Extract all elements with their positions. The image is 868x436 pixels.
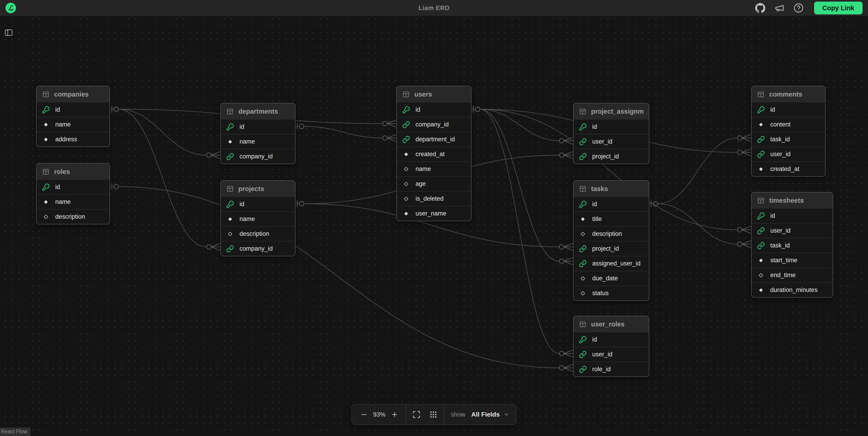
table-departments[interactable]: departments id name company_id xyxy=(220,103,296,164)
tidy-up-button[interactable] xyxy=(428,409,439,420)
field-row[interactable]: company_id xyxy=(221,149,295,164)
table-project_assignments[interactable]: project_assignme... id user_id project_i… xyxy=(573,103,649,164)
table-header[interactable]: comments xyxy=(751,86,825,102)
field-name: id xyxy=(592,201,597,208)
liam-logo-icon[interactable]: ℒ xyxy=(5,3,16,13)
field-row[interactable]: id xyxy=(36,102,110,117)
field-name: user_id xyxy=(770,227,790,234)
table-header[interactable]: timesheets xyxy=(751,192,833,209)
field-row[interactable]: id xyxy=(574,120,649,134)
field-row[interactable]: is_deleted xyxy=(397,191,471,206)
table-header[interactable]: users xyxy=(397,86,471,102)
table-icon xyxy=(42,91,50,98)
field-row[interactable]: title xyxy=(574,211,649,226)
table-header[interactable]: companies xyxy=(36,86,110,102)
field-row[interactable]: user_id xyxy=(574,347,649,362)
field-row[interactable]: age xyxy=(397,176,471,191)
megaphone-icon[interactable] xyxy=(774,3,784,13)
field-row[interactable]: end_time xyxy=(751,268,833,282)
table-roles[interactable]: roles id name description xyxy=(36,163,110,224)
table-header[interactable]: project_assignme... xyxy=(574,103,649,120)
github-icon[interactable] xyxy=(755,3,765,13)
field-row[interactable]: company_id xyxy=(397,117,471,132)
foreign-key-icon xyxy=(757,242,765,249)
table-projects[interactable]: projects id name description company_id xyxy=(220,180,296,256)
field-row[interactable]: status xyxy=(574,286,649,301)
field-row[interactable]: user_name xyxy=(397,206,471,221)
field-row[interactable]: name xyxy=(397,161,471,176)
field-row[interactable]: description xyxy=(36,209,110,224)
panel-left-toggle-button[interactable] xyxy=(3,27,14,38)
zoom-out-button[interactable] xyxy=(358,408,370,421)
field-row[interactable]: user_id xyxy=(574,134,649,149)
field-row[interactable]: id xyxy=(751,209,833,223)
field-row[interactable]: id xyxy=(574,332,649,347)
table-name: timesheets xyxy=(769,197,804,204)
primary-key-icon xyxy=(757,212,765,220)
field-row[interactable]: description xyxy=(221,226,295,241)
field-row[interactable]: description xyxy=(574,226,649,241)
primary-key-icon xyxy=(42,106,50,114)
primary-key-icon xyxy=(226,123,234,131)
field-row[interactable]: name xyxy=(221,211,295,226)
field-row[interactable]: assigned_user_id xyxy=(574,256,649,271)
field-name: id xyxy=(770,212,775,219)
field-name: name xyxy=(240,216,255,223)
field-row[interactable]: user_id xyxy=(751,147,825,161)
field-row[interactable]: department_id xyxy=(397,132,471,147)
help-icon[interactable] xyxy=(794,3,804,13)
field-row[interactable]: id xyxy=(221,197,295,211)
field-row[interactable]: id xyxy=(36,180,110,194)
table-header[interactable]: tasks xyxy=(574,181,649,197)
not-null-icon xyxy=(42,135,50,143)
react-flow-attribution[interactable]: React Flow xyxy=(0,428,30,436)
erd-canvas[interactable]: companies id name address roles id name … xyxy=(0,0,868,436)
table-timesheets[interactable]: timesheets id user_id task_id start_time… xyxy=(751,192,833,298)
show-fields-select[interactable]: All Fields xyxy=(470,411,510,418)
field-row[interactable]: id xyxy=(221,120,295,134)
table-header[interactable]: user_roles xyxy=(574,316,649,332)
field-row[interactable]: role_id xyxy=(574,362,649,376)
table-header[interactable]: departments xyxy=(221,103,295,120)
table-header[interactable]: projects xyxy=(221,181,295,197)
table-tasks[interactable]: tasks id title description project_id as… xyxy=(573,180,649,301)
field-name: company_id xyxy=(415,121,449,128)
copy-link-button[interactable]: Copy Link xyxy=(814,2,863,14)
field-row[interactable]: task_id xyxy=(751,238,833,253)
field-row[interactable]: created_at xyxy=(751,161,825,176)
field-row[interactable]: project_id xyxy=(574,241,649,256)
primary-key-icon xyxy=(579,200,587,208)
field-name: age xyxy=(415,180,426,187)
fit-view-button[interactable] xyxy=(411,409,422,420)
table-user_roles[interactable]: user_roles id user_id role_id xyxy=(573,316,649,377)
field-row[interactable]: created_at xyxy=(397,147,471,161)
foreign-key-icon xyxy=(579,245,587,253)
relationship-edge xyxy=(648,134,751,207)
foreign-key-icon xyxy=(579,138,587,146)
field-row[interactable]: user_id xyxy=(751,223,833,238)
field-row[interactable]: company_id xyxy=(221,241,295,256)
not-null-icon xyxy=(226,138,234,146)
field-row[interactable]: id xyxy=(397,102,471,117)
table-comments[interactable]: comments id content task_id user_id crea… xyxy=(751,86,826,177)
field-row[interactable]: due_date xyxy=(574,271,649,286)
field-row[interactable]: name xyxy=(221,134,295,149)
field-row[interactable]: start_time xyxy=(751,253,833,268)
zoom-in-button[interactable] xyxy=(388,408,401,421)
field-row[interactable]: name xyxy=(36,117,110,132)
field-row[interactable]: project_id xyxy=(574,149,649,164)
table-companies[interactable]: companies id name address xyxy=(36,86,110,147)
table-name: roles xyxy=(54,168,70,176)
field-row[interactable]: task_id xyxy=(751,132,825,147)
table-name: project_assignme... xyxy=(591,108,643,115)
field-row[interactable]: address xyxy=(36,132,110,147)
not-null-icon xyxy=(402,150,410,158)
field-row[interactable]: id xyxy=(751,102,825,117)
field-row[interactable]: content xyxy=(751,117,825,132)
field-row[interactable]: id xyxy=(574,197,649,211)
field-name: company_id xyxy=(240,245,273,252)
table-users[interactable]: users id company_id department_id create… xyxy=(396,86,471,221)
field-row[interactable]: name xyxy=(36,194,110,209)
field-row[interactable]: duration_minutes xyxy=(751,282,833,297)
table-header[interactable]: roles xyxy=(36,164,110,180)
